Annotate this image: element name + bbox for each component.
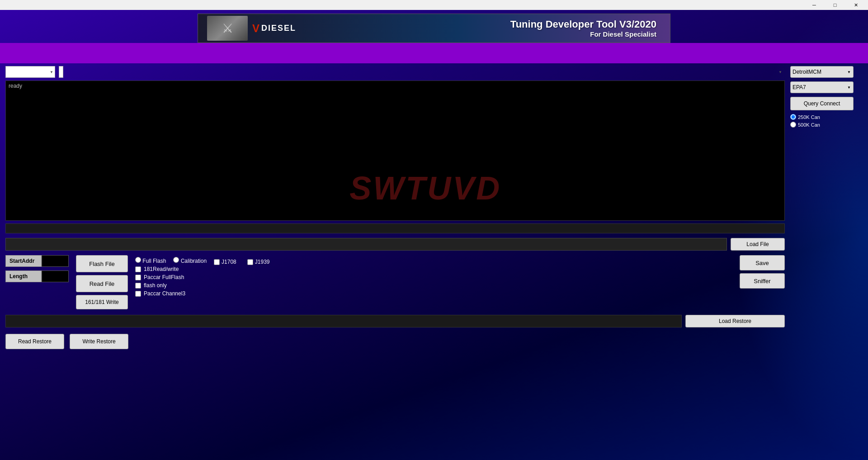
dropdown-detroit-wrapper: DetroitMCM xyxy=(790,66,854,78)
can-500k-label: 500K Can xyxy=(798,122,820,128)
diesel-text: DIESEL xyxy=(261,24,296,33)
dropdown-small[interactable] xyxy=(5,66,55,78)
paccar-channel3-label: Paccar Channel3 xyxy=(144,290,185,297)
purple-bar xyxy=(0,43,868,63)
content-area: ⚔ V DIESEL Tuning Developer Tool V3/2020… xyxy=(0,10,868,460)
address-group: StartAddr Length xyxy=(5,255,69,282)
j1708-option[interactable]: J1708 xyxy=(214,259,236,265)
j1939-option[interactable]: J1939 xyxy=(247,259,270,265)
j1939-label: J1939 xyxy=(255,259,270,265)
logo-text-group: V DIESEL xyxy=(252,22,296,35)
left-panel: ready SWTUVD Load File StartAddr xyxy=(5,66,785,457)
minimize-button[interactable]: ─ xyxy=(804,0,825,10)
read-181-option: 181Read/write xyxy=(135,266,207,272)
paccar-channel3-option: Paccar Channel3 xyxy=(135,290,207,297)
length-input[interactable] xyxy=(42,270,69,282)
file-path-row: Load File xyxy=(5,238,785,251)
flash-only-label: flash only xyxy=(144,282,167,289)
j1708-checkbox[interactable] xyxy=(214,259,220,265)
query-connect-button[interactable]: Query Connect xyxy=(790,97,854,110)
dropdown-detroit[interactable]: DetroitMCM xyxy=(790,66,854,78)
flash-only-option: flash only xyxy=(135,282,207,289)
paccar-fullflash-option: Paccar FullFlash xyxy=(135,274,207,280)
banner-logo: ⚔ V DIESEL xyxy=(198,16,296,41)
paccar-fullflash-checkbox[interactable] xyxy=(135,275,141,280)
can-options-group: 250K Can 500K Can xyxy=(790,114,863,128)
paccar-fullflash-label: Paccar FullFlash xyxy=(144,274,184,280)
j1939-checkbox[interactable] xyxy=(247,259,253,265)
close-button[interactable]: ✕ xyxy=(845,0,866,10)
top-controls-row xyxy=(5,66,785,78)
length-pair: Length xyxy=(5,270,69,282)
load-restore-button[interactable]: Load Restore xyxy=(685,315,785,327)
restore-path-input[interactable] xyxy=(5,315,682,327)
watermark-text: SWTUVD xyxy=(349,170,501,207)
j1708-label: J1708 xyxy=(222,259,236,265)
length-label: Length xyxy=(5,270,42,282)
console-area: ready SWTUVD xyxy=(5,81,785,221)
full-flash-label[interactable]: Full Flash xyxy=(135,257,166,264)
dropdown-epa[interactable]: EPA7 xyxy=(790,81,854,93)
start-addr-label: StartAddr xyxy=(5,255,42,267)
banner-title: Tuning Developer Tool V3/2020 For Diesel… xyxy=(510,19,670,38)
banner-title-line1: Tuning Developer Tool V3/2020 xyxy=(510,19,656,30)
flash-read-group: Flash File Read File 161/181 Write xyxy=(76,255,128,309)
window-chrome: ─ □ ✕ xyxy=(0,0,868,10)
file-path-input[interactable] xyxy=(5,238,727,251)
sniffer-button[interactable]: Sniffer xyxy=(740,273,785,289)
flash-file-button[interactable]: Flash File xyxy=(76,255,128,272)
can-500k-option[interactable]: 500K Can xyxy=(790,122,863,128)
main-content: ready SWTUVD Load File StartAddr xyxy=(0,63,868,460)
restore-buttons-row: Read Restore Write Restore xyxy=(5,334,785,349)
restore-row: Load Restore xyxy=(5,315,785,327)
dropdown-large-wrapper xyxy=(59,66,785,78)
full-flash-radio[interactable] xyxy=(135,257,141,263)
save-sniffer-group: Save Sniffer xyxy=(740,255,785,289)
start-addr-pair: StartAddr xyxy=(5,255,69,267)
flash-only-checkbox[interactable] xyxy=(135,283,141,289)
write-restore-button[interactable]: Write Restore xyxy=(70,334,128,349)
read-restore-button[interactable]: Read Restore xyxy=(5,334,64,349)
dropdown-large[interactable] xyxy=(59,66,63,78)
console-status: ready xyxy=(6,81,784,91)
j-checkboxes-group: J1708 J1939 xyxy=(214,259,269,265)
write-161-181-button[interactable]: 161/181 Write xyxy=(76,295,128,309)
load-file-button[interactable]: Load File xyxy=(731,238,785,251)
paccar-channel3-checkbox[interactable] xyxy=(135,291,141,297)
dropdown-epa-wrapper: EPA7 xyxy=(790,81,854,93)
progress-bar xyxy=(5,223,785,233)
banner-title-line2: For Diesel Specialist xyxy=(510,30,656,38)
can-250k-option[interactable]: 250K Can xyxy=(790,114,863,120)
can-250k-label: 250K Can xyxy=(798,114,820,120)
controls-row: StartAddr Length Flash File Read File 16… xyxy=(5,255,785,309)
app-window: ─ □ ✕ ⚔ V DIESEL xyxy=(0,0,868,460)
can-250k-radio[interactable] xyxy=(790,114,796,120)
maximize-button[interactable]: □ xyxy=(825,0,845,10)
dropdown-small-wrapper xyxy=(5,66,55,78)
logo-image: ⚔ xyxy=(207,16,248,41)
start-addr-input[interactable] xyxy=(42,255,69,267)
banner-wrapper: ⚔ V DIESEL Tuning Developer Tool V3/2020… xyxy=(0,14,868,43)
calibration-label[interactable]: Calibration xyxy=(173,257,207,264)
v-mark: V xyxy=(252,22,259,35)
save-button[interactable]: Save xyxy=(740,255,785,270)
calibration-radio[interactable] xyxy=(173,257,179,263)
vdiesel-logo: V DIESEL xyxy=(252,22,296,35)
right-panel: DetroitMCM EPA7 Query Connect 250K Can xyxy=(790,66,863,457)
read-181-label: 181Read/write xyxy=(144,266,179,272)
read-file-button[interactable]: Read File xyxy=(76,275,128,292)
banner: ⚔ V DIESEL Tuning Developer Tool V3/2020… xyxy=(198,14,670,43)
flash-type-radio-group: Full Flash Calibration xyxy=(135,257,207,264)
can-500k-radio[interactable] xyxy=(790,122,796,128)
options-group: Full Flash Calibration 181Read/write xyxy=(135,255,207,297)
read-181-checkbox[interactable] xyxy=(135,266,141,272)
